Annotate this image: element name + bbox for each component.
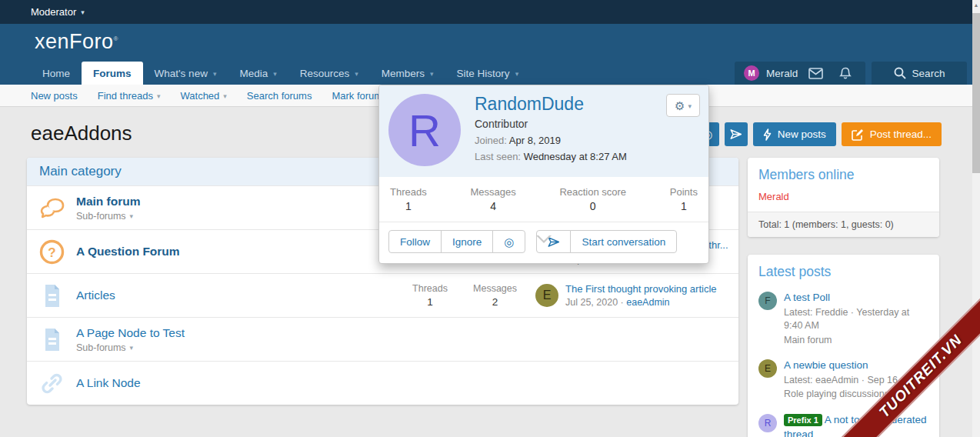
latest-post-text: A test Poll Latest: Freddie · Yesterday … xyxy=(784,290,928,347)
main-nav: Home Forums What's new▾ Media▾ Resources… xyxy=(31,62,530,85)
stat-label: Messages xyxy=(470,186,515,198)
alerts-button[interactable] xyxy=(834,62,856,85)
avatar[interactable]: M xyxy=(744,65,759,81)
registered-icon: ® xyxy=(114,35,118,42)
follow-button[interactable]: Follow xyxy=(388,230,442,253)
svg-text:?: ? xyxy=(48,245,55,260)
subnav-label: New posts xyxy=(31,90,78,102)
forum-page: Moderator ▾ xenForo® Home Forums What's … xyxy=(0,0,980,437)
new-posts-button[interactable]: New posts xyxy=(753,122,836,146)
last-post-link[interactable]: The First thought provoking article xyxy=(565,283,717,295)
bell-icon xyxy=(839,67,852,80)
scroll-up-arrow-icon[interactable]: ▲ xyxy=(972,2,980,8)
forum-link[interactable]: A Page Node to Test xyxy=(76,326,729,340)
inbox-button[interactable] xyxy=(805,62,827,85)
post-thread-button[interactable]: Post thread... xyxy=(842,122,942,146)
subnav-watched[interactable]: Watched▾ xyxy=(181,90,227,102)
stat-label: Threads xyxy=(390,186,427,198)
member-options-button[interactable]: ⚙▾ xyxy=(666,94,700,117)
nav-item-members[interactable]: Members▾ xyxy=(370,62,445,85)
latest-post-link[interactable]: A newbie question xyxy=(784,358,925,373)
moderator-bar: Moderator ▾ xyxy=(0,0,980,24)
avatar[interactable]: E xyxy=(758,359,777,378)
nav-item-site-history[interactable]: Site History▾ xyxy=(445,62,531,85)
forum-main-cell: A Page Node to Test Sub-forums▾ xyxy=(76,326,729,353)
subforums-toggle[interactable]: Sub-forums▾ xyxy=(76,342,133,353)
document-icon xyxy=(38,282,66,310)
forum-stats: Threads 1 Messages 2 xyxy=(410,283,517,308)
moderator-menu[interactable]: Moderator ▾ xyxy=(31,0,85,24)
nav-label: Forums xyxy=(93,68,132,79)
subnav-search-forums[interactable]: Search forums xyxy=(247,90,312,102)
nav-item-media[interactable]: Media▾ xyxy=(228,62,288,85)
nav-item-home[interactable]: Home xyxy=(31,62,82,85)
stat-messages: Messages 4 xyxy=(470,186,515,212)
stat-value: 0 xyxy=(559,200,626,212)
scrollbar-thumb[interactable] xyxy=(972,13,980,173)
chevron-down-icon: ▾ xyxy=(355,71,358,78)
subforums-toggle[interactable]: Sub-forums▾ xyxy=(76,211,133,222)
stat-label: Points xyxy=(670,186,698,198)
search-icon xyxy=(894,67,906,79)
latest-post-meta: Latest: Freddie · Yesterday at 9:40 AM xyxy=(784,306,928,333)
threads-value: 1 xyxy=(410,296,450,308)
subnav-label: Find threads xyxy=(98,90,153,102)
nav-item-resources[interactable]: Resources▾ xyxy=(288,62,370,85)
chevron-down-icon: ▾ xyxy=(81,9,85,16)
last-post-user-link[interactable]: eaeAdmin xyxy=(626,297,669,308)
nav-item-whats-new[interactable]: What's new▾ xyxy=(143,62,228,85)
site-logo[interactable]: xenForo® xyxy=(35,30,118,54)
forum-row-page-node[interactable]: A Page Node to Test Sub-forums▾ xyxy=(27,317,738,361)
search-button[interactable]: Search xyxy=(872,62,967,85)
forum-row-articles[interactable]: Articles Threads 1 Messages 2 E The Firs… xyxy=(27,273,738,317)
forum-link[interactable]: A Link Node xyxy=(76,376,729,390)
avatar[interactable]: F xyxy=(758,292,777,310)
post-thread-label: Post thread... xyxy=(870,128,932,140)
forum-main-cell: A Link Node xyxy=(76,376,729,390)
nav-item-forums[interactable]: Forums xyxy=(82,62,143,85)
threads-label: Threads xyxy=(410,283,450,294)
nav-label: Media xyxy=(239,68,268,79)
moderator-menu-label: Moderator xyxy=(31,0,76,24)
forum-link[interactable]: Articles xyxy=(76,289,410,302)
page-title: eaeAddons xyxy=(31,122,132,145)
document-icon xyxy=(38,325,66,354)
forum-row-link-node[interactable]: A Link Node xyxy=(27,361,738,405)
member-stats: Threads 1 Messages 4 Reaction score 0 Po… xyxy=(379,177,708,222)
subnav-new-posts[interactable]: New posts xyxy=(31,90,78,102)
question-circle-icon: ? xyxy=(38,238,66,266)
last-post-text: The First thought provoking article Jul … xyxy=(565,283,717,308)
ignore-button[interactable]: Ignore xyxy=(441,230,493,253)
thread-prefix-badge[interactable]: Prefix 1 xyxy=(784,414,822,426)
latest-post-item: F A test Poll Latest: Freddie · Yesterda… xyxy=(748,286,939,354)
stat-value: 1 xyxy=(670,200,698,212)
nav-label: Site History xyxy=(457,68,510,79)
last-post-cell: E The First thought provoking article Ju… xyxy=(535,283,729,308)
messages-value: 2 xyxy=(473,296,517,308)
avatar[interactable]: E xyxy=(535,284,558,307)
scrollbar[interactable]: ▲ xyxy=(972,0,980,437)
last-seen-value: Wednesday at 8:27 AM xyxy=(524,151,627,162)
share-button[interactable] xyxy=(725,122,748,146)
chevron-down-icon: ▾ xyxy=(688,103,692,110)
online-member-link[interactable]: Merald xyxy=(758,191,789,202)
site-header: xenForo® Home Forums What's new▾ Media▾ … xyxy=(0,24,980,85)
members-online-total: Total: 1 (members: 1, guests: 0) xyxy=(748,212,939,237)
watch-member-button[interactable]: ◎ xyxy=(492,230,525,253)
members-online-widget: Members online Merald Total: 1 (members:… xyxy=(748,158,939,237)
link-icon xyxy=(38,369,66,398)
subnav-find-threads[interactable]: Find threads▾ xyxy=(98,90,161,102)
latest-post-forum[interactable]: Main forum xyxy=(784,334,928,348)
avatar[interactable]: R xyxy=(758,414,777,432)
visitor-menu[interactable]: M Merald xyxy=(735,62,865,85)
forum-link[interactable]: A Question Forum xyxy=(76,245,410,259)
start-conversation-button[interactable]: Start conversation xyxy=(570,230,677,253)
chevron-down-icon: ▾ xyxy=(130,213,134,220)
latest-post-link[interactable]: A test Poll xyxy=(784,290,928,305)
avatar[interactable]: R xyxy=(388,94,461,166)
forum-main-cell: A Question Forum xyxy=(76,245,410,259)
logo-text-foro: Foro xyxy=(69,30,114,53)
member-role: Contributor xyxy=(475,118,699,130)
member-joined: Joined: Apr 8, 2019 xyxy=(475,135,699,146)
chevron-down-icon: ▾ xyxy=(515,71,519,78)
